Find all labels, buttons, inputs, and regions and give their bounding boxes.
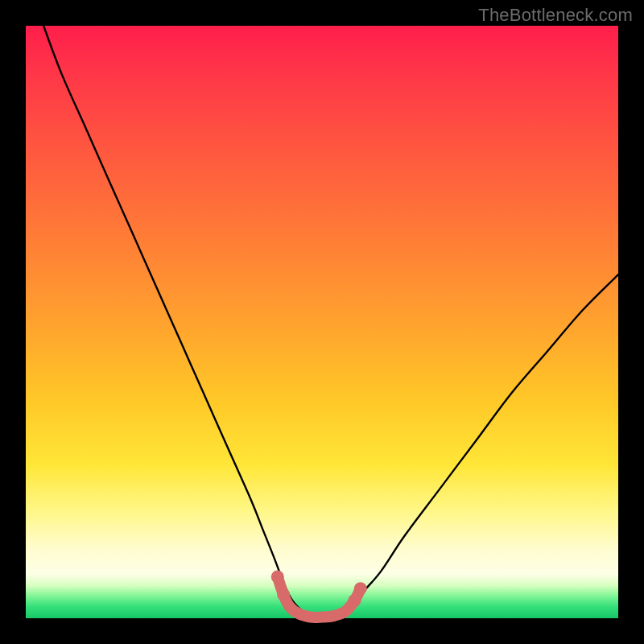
bottleneck-curve-path xyxy=(43,26,618,619)
highlight-bead xyxy=(349,594,361,607)
chart-frame: TheBottleneck.com xyxy=(0,0,644,644)
watermark-text: TheBottleneck.com xyxy=(478,5,633,26)
highlight-bead xyxy=(354,582,367,595)
highlight-bead xyxy=(271,571,284,584)
highlight-bead xyxy=(277,588,290,601)
plot-area xyxy=(26,26,618,618)
curve-svg xyxy=(26,26,618,618)
highlight-marker-path xyxy=(278,577,361,617)
